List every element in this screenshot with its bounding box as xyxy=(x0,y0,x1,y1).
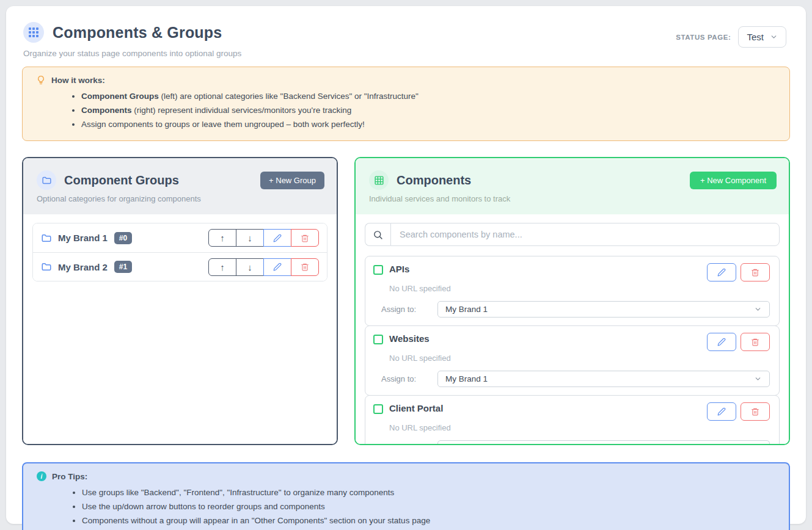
new-group-button[interactable]: + New Group xyxy=(260,172,324,189)
search-input[interactable] xyxy=(390,223,780,246)
component-checkbox[interactable] xyxy=(373,265,383,275)
pro-tips-item: Use the up/down arrow buttons to reorder… xyxy=(82,499,775,514)
groups-panel-subtitle: Optional categories for organizing compo… xyxy=(37,194,324,203)
page-card: Components & Groups Organize your status… xyxy=(6,6,806,524)
pro-tips-title-row: i Pro Tips: xyxy=(37,471,775,481)
info-icon: i xyxy=(37,471,46,481)
chevron-down-icon xyxy=(754,305,762,313)
groups-panel-title: Component Groups xyxy=(64,173,179,187)
arrow-up-icon: ↑ xyxy=(220,233,225,243)
group-order-badge: #1 xyxy=(114,261,132,273)
chevron-down-icon xyxy=(754,445,762,445)
grid-icon-circle xyxy=(369,170,389,190)
how-it-works-title: How it works: xyxy=(51,76,105,85)
assign-label: Assign to: xyxy=(381,374,437,383)
component-card-top: APIs xyxy=(373,263,770,281)
component-card-top: Websites xyxy=(373,333,770,351)
group-order-badge: #0 xyxy=(114,232,132,244)
move-down-button[interactable]: ↓ xyxy=(236,229,264,247)
title-row: Components & Groups xyxy=(23,22,241,43)
pencil-icon xyxy=(717,407,726,416)
trash-icon xyxy=(751,338,759,346)
how-it-works-list: Component Groups (left) are optional cat… xyxy=(81,89,776,131)
assign-row: Assign to: My Brand 2 xyxy=(373,440,770,445)
component-name: APIs xyxy=(389,263,409,274)
assigned-group-value: My Brand 2 xyxy=(445,444,488,445)
new-component-button[interactable]: + New Component xyxy=(690,172,777,189)
pencil-icon xyxy=(717,268,726,277)
assign-group-select[interactable]: My Brand 1 xyxy=(437,301,770,318)
how-it-works-item: Components (right) represent individual … xyxy=(81,103,776,117)
how-it-works-item: Component Groups (left) are optional cat… xyxy=(81,89,776,103)
groups-panel-header: Component Groups + New Group Optional ca… xyxy=(23,158,337,214)
pencil-icon xyxy=(273,263,282,271)
pro-tips-box: i Pro Tips: Use groups like "Backend", "… xyxy=(22,462,790,530)
component-search xyxy=(365,223,780,246)
page-header: Components & Groups Organize your status… xyxy=(16,16,796,58)
component-checkbox[interactable] xyxy=(373,335,383,344)
components-panel-body: APIs No URL specified Assign to: My Bran… xyxy=(356,214,789,445)
folder-icon xyxy=(41,261,52,272)
arrow-up-icon: ↑ xyxy=(220,262,225,272)
assigned-group-value: My Brand 1 xyxy=(445,374,488,383)
lightbulb-icon xyxy=(36,75,46,85)
groups-panel-title-row: Component Groups + New Group xyxy=(37,170,324,190)
pro-tips-list: Use groups like "Backend", "Frontend", "… xyxy=(82,485,775,528)
move-down-button[interactable]: ↓ xyxy=(236,258,264,276)
assign-row: Assign to: My Brand 1 xyxy=(373,301,770,318)
pencil-icon xyxy=(717,338,726,346)
bullet-text: (right) represent individual services/mo… xyxy=(132,106,352,115)
assign-group-select[interactable]: My Brand 1 xyxy=(437,371,770,387)
status-page-select[interactable]: Test xyxy=(738,26,786,48)
component-actions xyxy=(707,402,770,421)
delete-group-button[interactable] xyxy=(291,229,319,247)
pro-tips-title: Pro Tips: xyxy=(52,472,87,481)
delete-component-button[interactable] xyxy=(741,333,770,351)
move-up-button[interactable]: ↑ xyxy=(208,258,236,276)
grid-icon xyxy=(374,175,384,186)
components-panel: Components + New Component Individual se… xyxy=(354,157,790,445)
chevron-down-icon xyxy=(754,375,762,383)
bullet-bold: Components xyxy=(81,106,132,115)
apps-grid-dots xyxy=(29,27,38,37)
status-page-label: STATUS PAGE: xyxy=(676,34,731,41)
component-card: Websites No URL specified Assign to: My … xyxy=(365,325,780,396)
edit-group-button[interactable] xyxy=(263,258,291,276)
trash-icon xyxy=(301,263,309,271)
trash-icon xyxy=(301,234,309,242)
delete-component-button[interactable] xyxy=(741,402,770,421)
page-title: Components & Groups xyxy=(53,24,222,42)
how-it-works-box: How it works: Component Groups (left) ar… xyxy=(22,67,790,141)
edit-component-button[interactable] xyxy=(707,402,736,421)
move-up-button[interactable]: ↑ xyxy=(208,229,236,247)
pro-tips-item: Use groups like "Backend", "Frontend", "… xyxy=(82,485,775,499)
edit-component-button[interactable] xyxy=(707,333,736,351)
groups-panel-body: My Brand 1 #0 ↑ ↓ My Brand 2 #1 xyxy=(23,214,337,444)
group-name: My Brand 1 xyxy=(58,233,108,243)
group-row: My Brand 2 #1 ↑ ↓ xyxy=(33,252,327,281)
search-icon xyxy=(373,230,383,240)
component-url-text: No URL specified xyxy=(389,354,770,363)
search-icon-box xyxy=(365,223,390,246)
edit-component-button[interactable] xyxy=(707,263,736,281)
header-left: Components & Groups Organize your status… xyxy=(23,22,241,58)
assign-row: Assign to: My Brand 1 xyxy=(373,371,770,387)
component-checkbox[interactable] xyxy=(373,404,383,414)
components-panel-title: Components xyxy=(397,173,471,187)
folder-icon xyxy=(42,175,52,186)
bullet-text: (left) are optional categories like "Bac… xyxy=(159,92,419,101)
pencil-icon xyxy=(273,234,282,242)
pro-tips-item: Components without a group will appear i… xyxy=(82,514,775,528)
component-card: APIs No URL specified Assign to: My Bran… xyxy=(365,256,780,326)
assign-group-select[interactable]: My Brand 2 xyxy=(437,440,770,445)
delete-component-button[interactable] xyxy=(741,263,770,281)
assigned-group-value: My Brand 1 xyxy=(445,305,488,314)
components-panel-title-row: Components + New Component xyxy=(369,170,777,190)
component-name: Websites xyxy=(389,333,430,344)
edit-group-button[interactable] xyxy=(263,229,291,247)
component-url-text: No URL specified xyxy=(389,284,770,293)
bullet-bold: Component Groups xyxy=(81,92,159,101)
delete-group-button[interactable] xyxy=(291,258,319,276)
arrow-down-icon: ↓ xyxy=(247,233,252,243)
arrow-down-icon: ↓ xyxy=(247,262,252,272)
